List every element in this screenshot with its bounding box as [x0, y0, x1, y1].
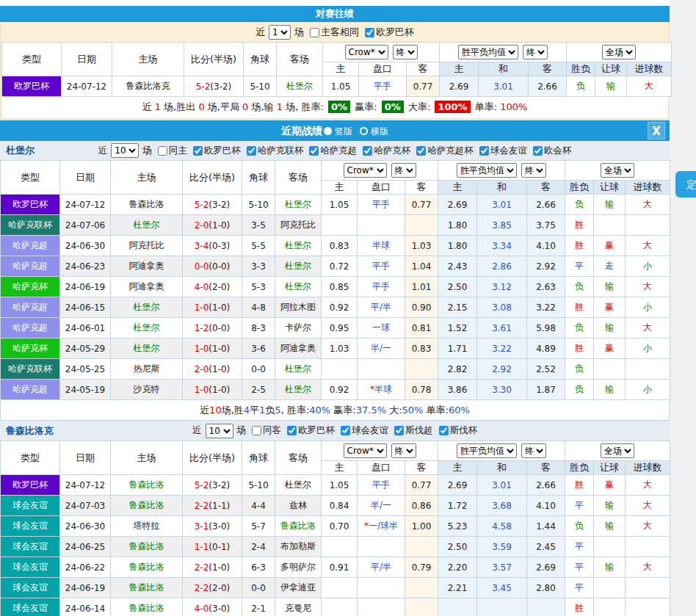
- match-date: 24-06-22: [60, 557, 111, 578]
- result-goals: 大: [626, 277, 670, 297]
- same-home[interactable]: 同主: [153, 145, 187, 157]
- handicap: [358, 215, 405, 236]
- home-team: 鲁森比洛: [111, 496, 183, 516]
- scope-header-group: 全场: [565, 441, 670, 461]
- result-wdl: 胜: [565, 236, 594, 256]
- league-checkbox[interactable]: [533, 146, 543, 156]
- avg-draw: 4.58: [477, 516, 527, 537]
- team2-average-select[interactable]: 胜平负均值: [457, 443, 517, 458]
- team2-scope-select[interactable]: 全场: [601, 443, 634, 458]
- corner-count: 2-1: [242, 598, 275, 616]
- league-checkbox[interactable]: [365, 28, 374, 37]
- corner-count: 0-0: [242, 578, 275, 598]
- match-date: 24-06-30: [60, 516, 111, 537]
- league-label: 哈萨克超: [320, 145, 357, 156]
- league-checkbox[interactable]: [479, 146, 489, 156]
- stats-segment: 100%: [500, 101, 527, 112]
- result-handicap: 输: [594, 380, 626, 400]
- league-filter[interactable]: 球会友谊: [475, 145, 527, 157]
- corner-count: 5-10: [242, 195, 275, 215]
- customize-button[interactable]: 定制: [675, 171, 696, 198]
- same-away[interactable]: 同客: [247, 424, 281, 437]
- team1-bookmaker-select[interactable]: Crow*: [344, 163, 387, 178]
- league-badge: 球会友谊: [1, 578, 60, 598]
- league-filter[interactable]: 欧罗巴杯: [189, 145, 241, 157]
- subcolumn-header: 进球数: [627, 62, 672, 76]
- league-filter[interactable]: 哈萨克超杯: [412, 145, 474, 157]
- corner-count: 0-0: [242, 359, 275, 380]
- result-wdl: 负: [565, 516, 594, 537]
- average-header-group: 胜平负均值终: [438, 161, 565, 181]
- away-team: 多明萨尔: [275, 557, 322, 578]
- close-icon[interactable]: X: [648, 122, 665, 139]
- recent-count-select[interactable]: 10: [206, 424, 233, 438]
- result-goals: 大: [626, 236, 670, 256]
- league-checkbox[interactable]: [394, 426, 404, 435]
- column-header: 角球: [244, 43, 277, 76]
- away-odds: 0.78: [405, 380, 438, 400]
- league-filter[interactable]: 斯伐杯: [435, 424, 478, 437]
- league-checkbox[interactable]: [193, 146, 203, 156]
- corner-count: 5-10: [244, 76, 277, 97]
- home-odds: [322, 598, 358, 616]
- recent-count-select[interactable]: 1: [269, 25, 291, 40]
- league-filter[interactable]: 哈萨克联杯: [242, 145, 304, 157]
- horizontal-radio[interactable]: [360, 127, 368, 135]
- scope-header-group: 全场: [567, 43, 672, 62]
- h2h-average-select[interactable]: 胜平负均值: [458, 45, 518, 59]
- league-filter[interactable]: 哈萨克超: [305, 145, 357, 157]
- league-filter[interactable]: 球会友谊: [336, 424, 388, 437]
- vertical-radio-label[interactable]: 竖版: [335, 126, 352, 137]
- same-venue[interactable]: 主客相同: [305, 26, 359, 39]
- recent-title: 近期战绩: [281, 125, 322, 137]
- league-checkbox[interactable]: [309, 146, 319, 156]
- team1-average-select[interactable]: 胜平负均值: [457, 163, 517, 178]
- result-handicap: 输: [594, 557, 626, 578]
- score: 2-2(1-0): [183, 557, 242, 578]
- column-header: 客场: [275, 161, 322, 195]
- league-filter[interactable]: 欧罗巴杯: [283, 424, 335, 437]
- same-venue-checkbox[interactable]: [310, 28, 319, 37]
- league-checkbox[interactable]: [247, 146, 256, 156]
- league-checkbox[interactable]: [416, 146, 426, 156]
- column-header: 类型: [1, 441, 60, 475]
- stats-segment: 近: [200, 405, 209, 416]
- team1-scope-select[interactable]: 全场: [601, 163, 634, 178]
- team2-bookmaker-select[interactable]: Crow*: [344, 443, 387, 458]
- team1-average-stage-select[interactable]: 终: [521, 163, 546, 178]
- league-filter[interactable]: 欧会杯: [529, 145, 572, 157]
- league-filter[interactable]: 斯伐超: [390, 424, 433, 437]
- team2-average-stage-select[interactable]: 终: [521, 443, 546, 458]
- same-away-checkbox[interactable]: [252, 426, 261, 435]
- recent-count-select[interactable]: 10: [111, 143, 139, 158]
- vertical-radio[interactable]: [324, 127, 332, 135]
- match-date: 24-05-29: [60, 338, 111, 359]
- home-odds: 0.92: [322, 297, 358, 318]
- league-filter[interactable]: 欧罗巴杯: [360, 26, 414, 39]
- handicap: *一/球半: [358, 516, 405, 537]
- near-label: 近: [192, 424, 202, 437]
- h2h-scope-select[interactable]: 全场: [602, 45, 636, 59]
- match-date: 24-06-19: [60, 277, 111, 297]
- h2h-odds-stage-select[interactable]: 终: [393, 45, 418, 59]
- league-checkbox[interactable]: [363, 146, 372, 156]
- avg-away: 1.44: [527, 516, 565, 537]
- horizontal-radio-label[interactable]: 横版: [371, 126, 388, 137]
- league-checkbox[interactable]: [287, 426, 297, 435]
- fulltime-score: 5-2: [195, 200, 209, 210]
- result-wdl: 平: [565, 496, 594, 516]
- avg-home: 2.15: [438, 297, 477, 318]
- h2h-average-stage-select[interactable]: 终: [523, 45, 548, 59]
- league-checkbox[interactable]: [341, 426, 350, 435]
- column-header: 日期: [62, 43, 112, 76]
- same-home-checkbox[interactable]: [158, 146, 167, 156]
- away-odds: 0.77: [407, 76, 440, 97]
- h2h-bookmaker-select[interactable]: Crow*: [345, 45, 388, 59]
- team1-odds-stage-select[interactable]: 终: [391, 163, 416, 178]
- league-checkbox[interactable]: [439, 426, 449, 435]
- league-filter[interactable]: 哈萨克杯: [358, 145, 410, 157]
- team2-odds-stage-select[interactable]: 终: [391, 443, 416, 458]
- table-row: 哈萨克超24-06-23阿迪拿奥0-0(0-0)3-3杜堡尔0.72平手1.04…: [1, 256, 670, 277]
- fulltime-score: 1-2: [195, 323, 209, 333]
- away-team: 杜堡尔: [275, 359, 322, 380]
